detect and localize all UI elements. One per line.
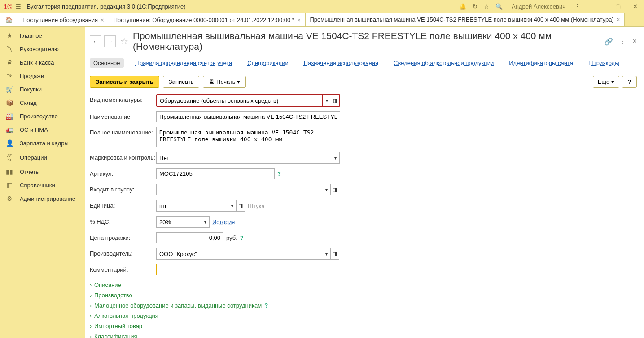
sidebar-item-label: ОС и НМА <box>20 126 48 133</box>
manufacturer-input[interactable] <box>156 248 322 260</box>
type-open[interactable]: ◨ <box>331 95 340 106</box>
group-open[interactable]: ◨ <box>330 184 339 195</box>
tab-close-1[interactable]: × <box>101 17 104 23</box>
subtab-ids[interactable]: Идентификаторы сайта <box>505 58 577 68</box>
sku-input[interactable] <box>156 168 275 179</box>
sidebar-item-main[interactable]: ★Главное <box>0 29 85 42</box>
print-label: Печать <box>216 78 236 85</box>
expand-description[interactable]: ›Описание <box>90 280 637 290</box>
close-icon[interactable]: ✕ <box>630 3 640 10</box>
subtab-main[interactable]: Основное <box>90 58 124 68</box>
unit-input[interactable] <box>156 200 228 212</box>
subtab-specs[interactable]: Спецификации <box>244 58 292 68</box>
price-input[interactable] <box>156 232 223 243</box>
comment-input[interactable] <box>156 264 340 275</box>
star-icon[interactable]: ☆ <box>484 3 489 10</box>
subtab-usage[interactable]: Назначения использования <box>300 58 382 68</box>
subtab-accounts[interactable]: Правила определения счетов учета <box>132 58 236 68</box>
sidebar-item-operations[interactable]: ДтКтОперации <box>0 150 85 165</box>
expand-import[interactable]: ›Импортный товар <box>90 321 637 331</box>
sidebar-item-manager[interactable]: 〽Руководителю <box>0 42 85 56</box>
sidebar-item-label: Справочники <box>20 182 55 189</box>
nav-back-button[interactable]: ← <box>90 35 101 47</box>
bell-icon[interactable]: 🔔 <box>459 3 466 10</box>
chevron-right-icon: › <box>90 303 92 309</box>
vat-dropdown[interactable]: ▾ <box>201 216 210 228</box>
minimize-icon[interactable]: — <box>596 3 606 10</box>
sidebar-item-purchases[interactable]: 🛒Покупки <box>0 82 85 96</box>
unit-open[interactable]: ◨ <box>236 200 245 212</box>
tab-close-3[interactable]: × <box>617 16 620 23</box>
type-label: Вид номенклатуры: <box>90 94 156 103</box>
nav-forward-button[interactable]: → <box>104 35 116 47</box>
sidebar-item-refs[interactable]: ▥Справочники <box>0 178 85 192</box>
help-button[interactable]: ? <box>622 76 637 88</box>
save-close-button[interactable]: Записать и закрыть <box>90 76 159 88</box>
close-page-icon[interactable]: × <box>633 37 637 46</box>
chevron-right-icon: › <box>90 282 92 288</box>
sidebar-item-label: Производство <box>20 113 58 120</box>
sku-label: Артикул: <box>90 168 156 177</box>
unit-text: Штука <box>248 203 265 209</box>
sidebar-item-reports[interactable]: ▮▮Отчеты <box>0 165 85 178</box>
chevron-right-icon: › <box>90 323 92 329</box>
sidebar-item-assets[interactable]: 🚛ОС и НМА <box>0 123 85 136</box>
more-icon[interactable]: ⋮ <box>619 37 626 46</box>
marking-dropdown[interactable]: ▾ <box>331 152 340 164</box>
tab-close-2[interactable]: × <box>297 17 301 23</box>
low-value-help[interactable]: ? <box>264 302 268 309</box>
manufacturer-label: Производитель: <box>90 248 156 257</box>
expand-alcohol[interactable]: ›Алкогольная продукция <box>90 311 637 321</box>
home-tab[interactable]: 🏠 <box>0 13 18 26</box>
more-label: Еще <box>598 78 609 85</box>
group-label: Входит в группу: <box>90 184 156 193</box>
sidebar-item-bank[interactable]: ₽Банк и касса <box>0 56 85 69</box>
tab-1[interactable]: Поступление оборудования× <box>18 13 109 26</box>
vat-history-link[interactable]: История <box>212 219 235 225</box>
link-icon[interactable]: 🔗 <box>604 37 613 46</box>
marking-label: Маркировка и контроль: <box>90 152 156 161</box>
name-label: Наименование: <box>90 111 156 120</box>
sidebar-item-label: Главное <box>20 32 42 39</box>
type-input[interactable] <box>157 95 323 106</box>
tab-3[interactable]: Промышленная вышивальная машина VE 1504C… <box>306 13 625 26</box>
logo-1c: 1© <box>4 3 12 10</box>
expand-production[interactable]: ›Производство <box>90 290 637 300</box>
expand-classification[interactable]: ›Классификация <box>90 331 637 338</box>
more-button[interactable]: Еще ▾ <box>593 76 619 88</box>
manufacturer-dropdown[interactable]: ▾ <box>322 248 331 260</box>
expand-label: Малоценное оборудование и запасы, выданн… <box>94 302 262 309</box>
subtab-barcodes[interactable]: Штрихкоды <box>585 58 623 68</box>
expand-low-value[interactable]: ›Малоценное оборудование и запасы, выдан… <box>90 300 637 311</box>
expand-label: Производство <box>94 292 132 299</box>
sidebar-item-sales[interactable]: 🛍Продажи <box>0 69 85 82</box>
history-icon[interactable]: ↻ <box>473 3 478 10</box>
sku-help[interactable]: ? <box>277 170 281 177</box>
group-input[interactable] <box>156 184 322 195</box>
price-help[interactable]: ? <box>240 234 244 241</box>
sidebar-item-label: Зарплата и кадры <box>20 140 69 147</box>
sidebar-item-warehouse[interactable]: 📦Склад <box>0 96 85 109</box>
subtab-alcohol[interactable]: Сведения об алкогольной продукции <box>390 58 497 68</box>
marking-input[interactable] <box>156 152 331 164</box>
menu-icon[interactable]: ☰ <box>16 3 21 10</box>
type-dropdown[interactable]: ▾ <box>322 95 331 106</box>
group-dropdown[interactable]: ▾ <box>322 184 331 195</box>
favorite-icon[interactable]: ☆ <box>120 36 128 47</box>
kebab-icon[interactable]: ⋮ <box>574 3 580 10</box>
maximize-icon[interactable]: ▢ <box>613 3 623 10</box>
unit-dropdown[interactable]: ▾ <box>228 200 237 212</box>
tab-2[interactable]: Поступление: Оборудование 0000-000001 от… <box>109 13 306 26</box>
sidebar-item-label: Покупки <box>20 86 42 93</box>
vat-input[interactable] <box>156 216 201 228</box>
user-name[interactable]: Андрей Алексеевич <box>512 3 565 10</box>
sidebar-item-admin[interactable]: ⚙Администрирование <box>0 192 85 205</box>
name-input[interactable] <box>156 111 340 122</box>
search-icon[interactable]: 🔍 <box>495 3 503 10</box>
sidebar-item-production[interactable]: 🏭Производство <box>0 109 85 123</box>
fullname-input[interactable] <box>156 127 340 147</box>
save-button[interactable]: Записать <box>163 76 200 88</box>
manufacturer-open[interactable]: ◨ <box>330 248 339 260</box>
print-button[interactable]: 🖶 Печать ▾ <box>203 76 246 88</box>
sidebar-item-hr[interactable]: 👤Зарплата и кадры <box>0 136 85 150</box>
